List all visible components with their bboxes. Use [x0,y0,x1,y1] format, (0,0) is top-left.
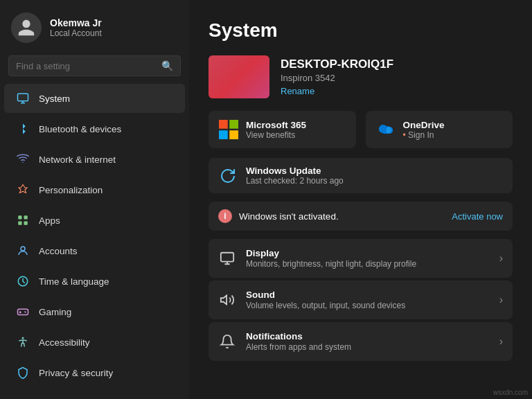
user-section[interactable]: Okemwa Jr Local Account [0,0,189,53]
watermark: wsxdn.com [493,389,528,396]
device-thumbnail [209,55,269,98]
sidebar-item-personalization[interactable]: Personalization [4,175,185,204]
sidebar-item-apps[interactable]: Apps [4,206,185,235]
apps-icon [15,213,30,228]
microsoft365-action: View benefits [246,130,306,140]
bluetooth-icon [15,121,30,136]
svg-rect-1 [18,215,21,219]
onedrive-action: Sign In [403,130,445,140]
user-name: Okemwa Jr [50,17,102,28]
sound-icon [218,291,236,309]
svg-rect-3 [18,222,21,225]
windows-update-icon [218,166,238,186]
microsoft365-info: Microsoft 365 View benefits [246,120,306,140]
svg-rect-11 [219,130,228,139]
device-card: DESKTOP-KROIQ1F Inspiron 3542 Rename [209,55,513,98]
activate-now-link[interactable]: Activate now [452,211,503,222]
microsoft365-tile[interactable]: Microsoft 365 View benefits [209,111,356,148]
sidebar-item-label-accounts: Accounts [39,246,78,256]
onedrive-info: OneDrive Sign In [403,120,445,140]
notifications-info: Notifications Alerts from apps and syste… [246,331,490,352]
display-title: Display [246,248,490,258]
sidebar-item-label-bluetooth: Bluetooth & devices [39,124,121,134]
svg-rect-13 [221,253,233,262]
search-icon[interactable]: 🔍 [161,60,173,71]
nav-list: System Bluetooth & devices Network & int… [0,83,189,399]
display-icon [218,249,236,267]
device-name: DESKTOP-KROIQ1F [281,57,393,71]
sidebar-item-label-personalization: Personalization [39,185,103,195]
user-info: Okemwa Jr Local Account [50,17,102,38]
sidebar-item-label-network: Network & internet [39,154,116,165]
windows-update-bar[interactable]: Windows Update Last checked: 2 hours ago [209,158,513,193]
avatar [11,12,42,43]
user-account-type: Local Account [50,28,102,38]
privacy-icon [15,365,30,380]
sidebar-item-system[interactable]: System [4,84,185,113]
svg-rect-12 [229,130,238,139]
notifications-title: Notifications [246,331,490,342]
accessibility-icon [15,335,30,350]
notifications-chevron: › [499,335,503,348]
sidebar-item-privacy[interactable]: Privacy & security [4,358,185,387]
windows-update-title: Windows Update [246,166,344,176]
sound-title: Sound [246,290,490,300]
sidebar-item-label-system: System [39,94,70,104]
settings-row-notifications[interactable]: Notifications Alerts from apps and syste… [209,322,513,361]
personalization-icon [15,182,30,197]
svg-rect-4 [24,222,28,225]
windows-update-subtitle: Last checked: 2 hours ago [246,176,344,186]
svg-marker-14 [221,296,227,305]
accounts-icon [15,243,30,258]
display-desc: Monitors, brightness, night light, displ… [246,259,490,269]
network-icon [15,152,30,167]
onedrive-name: OneDrive [403,120,445,130]
sidebar-item-time[interactable]: Time & language [4,267,185,296]
sidebar-item-accessibility[interactable]: Accessibility [4,328,185,357]
sidebar-item-label-privacy: Privacy & security [39,368,113,378]
svg-rect-2 [24,215,28,219]
search-box[interactable]: 🔍 [8,55,181,76]
onedrive-logo [375,119,396,140]
warning-icon: i [218,209,232,223]
system-icon [15,91,30,106]
device-info: DESKTOP-KROIQ1F Inspiron 3542 Rename [281,57,393,96]
page-title: System [209,19,513,42]
notifications-icon [218,332,236,351]
sound-info: Sound Volume levels, output, input, soun… [246,290,490,310]
search-input[interactable] [16,61,156,71]
sidebar-item-label-time: Time & language [39,276,109,287]
svg-rect-10 [229,120,238,129]
sidebar-item-network[interactable]: Network & internet [4,145,185,174]
sidebar-item-accounts[interactable]: Accounts [4,236,185,265]
activation-message: Windows isn't activated. [239,211,445,222]
display-info: Display Monitors, brightness, night ligh… [246,248,490,269]
windows-update-info: Windows Update Last checked: 2 hours ago [246,166,344,186]
svg-point-5 [21,247,25,251]
time-icon [15,274,30,289]
device-model: Inspiron 3542 [281,73,393,83]
main-content: System DESKTOP-KROIQ1F Inspiron 3542 Ren… [189,0,532,399]
gaming-icon [15,304,30,319]
settings-list: Display Monitors, brightness, night ligh… [209,239,513,362]
sidebar-item-bluetooth[interactable]: Bluetooth & devices [4,114,185,143]
sidebar: Okemwa Jr Local Account 🔍 System Bluetoo… [0,0,189,399]
svg-rect-0 [18,94,28,101]
sidebar-item-gaming[interactable]: Gaming [4,297,185,326]
device-rename-link[interactable]: Rename [281,86,393,96]
activation-bar[interactable]: i Windows isn't activated. Activate now [209,202,513,231]
settings-row-sound[interactable]: Sound Volume levels, output, input, soun… [209,281,513,319]
notifications-desc: Alerts from apps and system [246,342,490,352]
microsoft365-name: Microsoft 365 [246,120,306,130]
display-chevron: › [499,252,503,265]
settings-row-display[interactable]: Display Monitors, brightness, night ligh… [209,239,513,278]
svg-rect-9 [219,120,228,129]
sidebar-item-label-gaming: Gaming [39,307,71,317]
sidebar-item-label-accessibility: Accessibility [39,337,90,348]
sound-desc: Volume levels, output, input, sound devi… [246,301,490,310]
service-tiles: Microsoft 365 View benefits OneDrive Sig… [209,111,513,148]
sidebar-item-label-apps: Apps [39,215,60,226]
sound-chevron: › [499,294,503,306]
svg-point-8 [22,337,24,339]
onedrive-tile[interactable]: OneDrive Sign In [366,111,513,148]
